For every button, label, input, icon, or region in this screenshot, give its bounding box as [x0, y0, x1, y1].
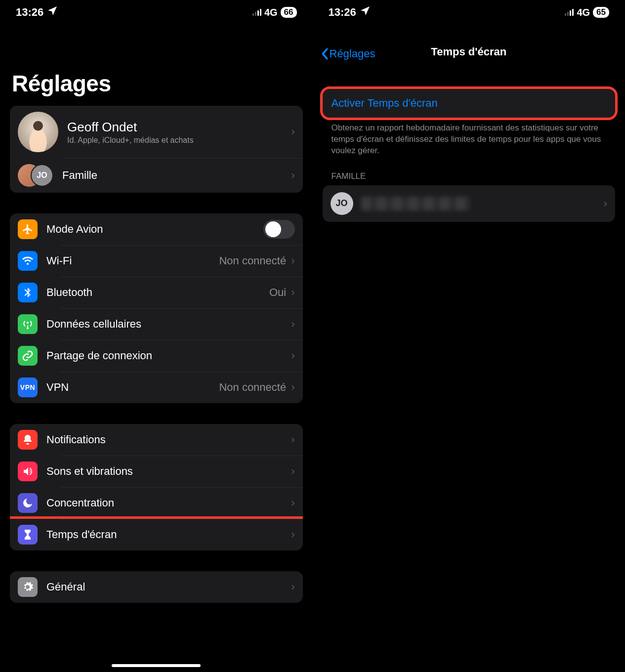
chevron-right-icon: › — [291, 126, 294, 138]
page-title: Réglages — [12, 70, 301, 97]
nav-bar: Réglages Temps d'écran — [323, 23, 616, 66]
antenna-icon — [18, 314, 38, 334]
account-name: Geoff Ondet — [67, 120, 291, 135]
moon-icon — [18, 493, 38, 513]
settings-row-wifi[interactable]: Wi-FiNon connecté› — [10, 245, 303, 277]
signal-icon — [565, 9, 574, 16]
family-row[interactable]: JO Famille › — [10, 158, 303, 193]
row-label: Mode Avion — [46, 223, 263, 236]
family-label: Famille — [62, 169, 291, 182]
bell-icon — [18, 430, 38, 450]
status-bar: 13:26 4G 66 — [10, 0, 303, 23]
chevron-right-icon: › — [291, 433, 294, 446]
battery-icon: 65 — [593, 7, 609, 18]
row-label: Concentration — [46, 497, 291, 509]
chevron-right-icon: › — [291, 318, 294, 331]
screen-time-screen: 13:26 4G 65 Réglages Temps d'écran Activ… — [313, 0, 625, 672]
general-group: Général› — [10, 571, 303, 603]
settings-row-airplane[interactable]: Mode Avion — [10, 213, 303, 245]
home-indicator[interactable] — [112, 664, 201, 667]
row-label: Données cellulaires — [46, 318, 291, 331]
chevron-right-icon: › — [291, 465, 294, 478]
row-label: Temps d'écran — [46, 528, 291, 541]
wifi-icon — [18, 251, 38, 271]
back-label: Réglages — [330, 47, 375, 60]
chevron-right-icon: › — [291, 349, 294, 362]
settings-row-link[interactable]: Partage de connexion› — [10, 340, 303, 372]
family-member-avatar-icon: JO — [331, 192, 353, 215]
settings-row-bluetooth[interactable]: BluetoothOui› — [10, 277, 303, 308]
vpn-icon: VPN — [18, 378, 38, 397]
family-initials-icon: JO — [31, 164, 53, 187]
activate-label: Activer Temps d'écran — [332, 97, 438, 109]
chevron-right-icon: › — [291, 528, 294, 541]
nav-title: Temps d'écran — [431, 45, 506, 58]
account-group: Geoff Ondet Id. Apple, iCloud+, médias e… — [10, 106, 303, 193]
signal-icon — [252, 9, 261, 16]
row-label: Sons et vibrations — [46, 465, 291, 478]
status-time: 13:26 — [16, 6, 43, 19]
row-label: Général — [46, 581, 291, 593]
gear-icon — [18, 577, 38, 597]
row-value: Non connecté — [219, 381, 286, 394]
preferences-group: Notifications›Sons et vibrations›Concent… — [10, 424, 303, 550]
row-label: Bluetooth — [46, 286, 269, 299]
bluetooth-icon — [18, 283, 38, 302]
hourglass-icon — [18, 525, 38, 545]
account-subtitle: Id. Apple, iCloud+, médias et achats — [67, 136, 291, 145]
status-network: 4G — [577, 7, 590, 18]
chevron-right-icon: › — [291, 581, 294, 593]
settings-row-gear[interactable]: Général› — [10, 571, 303, 603]
connectivity-group: Mode AvionWi-FiNon connecté›BluetoothOui… — [10, 213, 303, 403]
settings-row-hourglass[interactable]: Temps d'écran› — [10, 519, 303, 550]
battery-icon: 66 — [281, 7, 297, 18]
screen-time-description: Obtenez un rapport hebdomadaire fourniss… — [323, 118, 616, 157]
link-icon — [18, 346, 38, 366]
apple-id-row[interactable]: Geoff Ondet Id. Apple, iCloud+, médias e… — [10, 106, 303, 158]
toggle[interactable] — [263, 220, 295, 239]
family-section-header: FAMILLE — [323, 157, 616, 185]
speaker-icon — [18, 462, 38, 481]
chevron-right-icon: › — [604, 197, 607, 210]
chevron-right-icon: › — [291, 381, 294, 394]
chevron-right-icon: › — [291, 169, 294, 182]
row-label: Wi-Fi — [46, 254, 219, 267]
avatar-icon — [18, 112, 58, 152]
activate-screen-time-button[interactable]: Activer Temps d'écran — [323, 89, 616, 118]
settings-row-bell[interactable]: Notifications› — [10, 424, 303, 456]
row-label: Partage de connexion — [46, 349, 291, 362]
settings-row-vpn[interactable]: VPNVPNNon connecté› — [10, 372, 303, 403]
status-time: 13:26 — [329, 6, 356, 19]
settings-row-speaker[interactable]: Sons et vibrations› — [10, 456, 303, 487]
family-member-row[interactable]: JO › — [323, 185, 616, 222]
status-bar: 13:26 4G 65 — [323, 0, 616, 23]
settings-screen: 13:26 4G 66 Réglages Geoff Ondet Id. App… — [0, 0, 313, 672]
row-label: VPN — [46, 381, 219, 394]
row-value: Non connecté — [219, 254, 286, 267]
location-arrow-icon — [359, 5, 371, 20]
chevron-right-icon: › — [291, 254, 294, 267]
location-arrow-icon — [46, 5, 58, 20]
chevron-right-icon: › — [291, 286, 294, 299]
family-member-name-redacted — [361, 197, 470, 210]
back-button[interactable]: Réglages — [321, 47, 375, 60]
airplane-icon — [18, 219, 38, 239]
row-value: Oui — [269, 286, 286, 299]
settings-row-antenna[interactable]: Données cellulaires› — [10, 308, 303, 340]
settings-row-moon[interactable]: Concentration› — [10, 487, 303, 519]
chevron-right-icon: › — [291, 497, 294, 509]
status-network: 4G — [264, 7, 278, 18]
row-label: Notifications — [46, 433, 291, 446]
